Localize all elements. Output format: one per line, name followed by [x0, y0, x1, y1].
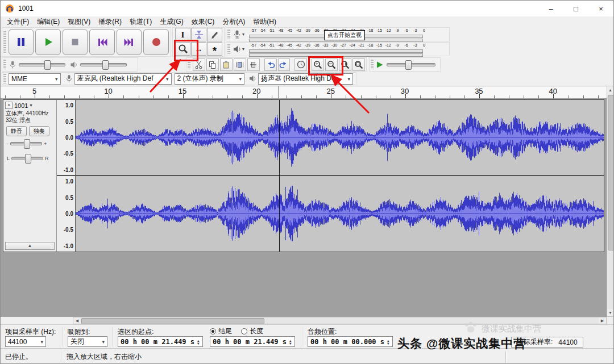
recording-device-select[interactable]: 麦克风 (Realtek High Def ▾ — [74, 73, 172, 85]
toolbar-grip[interactable] — [227, 30, 230, 40]
draw-tool-button[interactable] — [207, 28, 222, 41]
record-button[interactable] — [143, 29, 169, 55]
menu-item-0[interactable]: 文件(F) — [3, 16, 33, 27]
timefield-spinner[interactable]: ▲▼ — [197, 339, 200, 345]
meter-scale-label: -18 — [367, 43, 373, 47]
silence-audio-button[interactable] — [247, 58, 260, 71]
status-hint: 拖入放大区域，右击缩小 — [67, 352, 142, 362]
play-speed-slider[interactable] — [387, 63, 435, 66]
toolbar-grip[interactable] — [227, 44, 230, 55]
meter-scale-label: -3 — [413, 28, 417, 32]
combo-arrow-icon: ▾ — [163, 76, 169, 82]
stop-button[interactable] — [63, 29, 88, 55]
trim-audio-button[interactable] — [234, 58, 246, 71]
audio-host-select[interactable]: MME ▾ — [9, 73, 61, 85]
timefield-spinner[interactable]: ▲▼ — [289, 339, 292, 345]
menu-item-5[interactable]: 生成(G) — [156, 16, 187, 27]
timeline-ruler[interactable]: 510152025303540 — [1, 86, 607, 99]
meter-scale-label: -48 — [277, 43, 283, 47]
skip-to-end-button[interactable] — [117, 29, 142, 55]
track-collapse-button[interactable]: ▲ — [5, 242, 55, 250]
record-meter-dropdown-icon[interactable]: ▾ — [242, 32, 244, 37]
play-speed-slider-thumb[interactable] — [405, 60, 412, 70]
audio-position-timefield[interactable]: 00 h 00 m 00.000 s ▲▼ — [308, 336, 393, 347]
menu-item-8[interactable]: 帮助(H) — [249, 16, 280, 27]
waveform-channel-2[interactable] — [76, 176, 604, 251]
toolbar-grip[interactable] — [3, 31, 6, 53]
selection-start-timefield[interactable]: 00 h 00 m 21.449 s ▲▼ — [118, 336, 203, 347]
radio-end[interactable]: 结尾 — [210, 327, 232, 336]
meter-scale-label: -57 — [251, 28, 256, 32]
menu-item-1[interactable]: 编辑(E) — [33, 16, 64, 27]
recording-volume-slider[interactable] — [19, 63, 65, 66]
record-icon — [151, 36, 162, 48]
toolbar-grip[interactable] — [3, 60, 6, 70]
vertical-scrollbar-thumb[interactable] — [608, 95, 614, 250]
copy-button[interactable] — [206, 58, 219, 71]
separator — [62, 327, 63, 346]
vruler-label: 0.5 — [65, 194, 73, 200]
meter-scale-label: -45 — [287, 28, 292, 32]
skip-to-start-button[interactable] — [89, 29, 115, 55]
gain-slider-thumb[interactable] — [24, 139, 30, 149]
scroll-down-button[interactable]: ▼ — [607, 309, 613, 316]
track-area[interactable]: × 1001 ▾ 立体声, 44100Hz 32位 浮点 静音 独奏 - + — [1, 98, 607, 317]
menu-item-6[interactable]: 效果(C) — [188, 16, 219, 27]
pan-slider-thumb[interactable] — [25, 154, 31, 164]
menu-item-3[interactable]: 播录(R) — [94, 16, 126, 27]
recording-volume-slider-thumb[interactable] — [44, 60, 51, 70]
playback-volume-slider[interactable] — [80, 63, 127, 66]
track-menu-arrow-icon[interactable]: ▾ — [30, 103, 32, 108]
vertical-scrollbar[interactable]: ▲ ▼ — [607, 86, 614, 317]
multi-tool-button[interactable]: * — [207, 42, 222, 56]
close-button[interactable]: × — [588, 1, 613, 16]
horizontal-scrollbar-thumb[interactable] — [81, 318, 264, 324]
vruler-channel-2[interactable]: 1.00.50.0-0.5-1.0 — [57, 176, 75, 251]
mute-button[interactable]: 静音 — [6, 126, 27, 136]
meter-scale-label: -39 — [305, 28, 310, 32]
play-at-speed-button[interactable] — [376, 61, 384, 69]
selection-end-timefield[interactable]: 00 h 00 m 21.449 s ▲▼ — [210, 336, 295, 347]
selection-start-label: 选区的起点: — [118, 327, 154, 337]
play-button[interactable] — [35, 29, 61, 55]
timefield-spinner[interactable]: ▲▼ — [387, 339, 389, 345]
play-meter[interactable]: -57-54-51-48-45-42-39-36-33-30-27-24-21-… — [248, 43, 430, 56]
solo-button[interactable]: 独奏 — [29, 126, 49, 136]
menu-item-4[interactable]: 轨道(T) — [126, 16, 156, 27]
scroll-right-button[interactable]: ▶ — [599, 317, 606, 324]
maximize-button[interactable]: □ — [563, 1, 588, 16]
radio-length[interactable]: 长度 — [241, 327, 263, 336]
sync-lock-button[interactable] — [294, 58, 307, 71]
redo-button[interactable] — [278, 58, 291, 71]
scroll-up-button[interactable]: ▲ — [607, 86, 613, 94]
meter-scale-label: 0 — [423, 28, 425, 32]
menu-item-2[interactable]: 视图(V) — [64, 16, 94, 27]
toolbar-grip[interactable] — [371, 60, 374, 70]
minimize-button[interactable]: – — [538, 1, 563, 16]
separator — [112, 327, 113, 346]
track-close-button[interactable]: × — [5, 102, 13, 109]
paste-button[interactable] — [220, 58, 233, 71]
pause-button[interactable] — [9, 29, 34, 55]
playback-volume-slider-thumb[interactable] — [102, 60, 109, 70]
vruler-label: -0.5 — [64, 227, 73, 233]
track-name[interactable]: 1001 — [14, 102, 28, 109]
play-meter-toolbar[interactable]: ▾ -57-54-51-48-45-42-39-36-33-30-27-24-2… — [226, 42, 450, 56]
pan-slider[interactable] — [11, 157, 43, 160]
undo-button[interactable] — [264, 58, 277, 71]
menu-item-7[interactable]: 分析(A) — [218, 16, 249, 27]
project-rate-select[interactable]: 44100 ▾ — [5, 336, 46, 347]
gain-slider[interactable] — [10, 142, 42, 145]
play-meter-dropdown-icon[interactable]: ▾ — [242, 47, 244, 52]
toolbar-grip[interactable] — [3, 74, 6, 83]
recording-channels-select[interactable]: 2 (立体声) 录制 ▾ — [175, 73, 244, 85]
waveform-channel-1[interactable] — [76, 100, 604, 175]
play-at-speed-toolbar — [369, 57, 441, 72]
meter-scale-label: -18 — [367, 28, 373, 32]
zoom-fit-button[interactable] — [352, 58, 365, 71]
snap-to-select[interactable]: 关闭 ▾ — [68, 336, 107, 347]
scroll-left-button[interactable]: ◀ — [73, 317, 81, 324]
radio-length-label: 长度 — [250, 327, 263, 336]
meter-scale-label: -39 — [305, 43, 310, 47]
vruler-channel-1[interactable]: 1.00.50.0-0.5-1.0 — [57, 100, 75, 175]
